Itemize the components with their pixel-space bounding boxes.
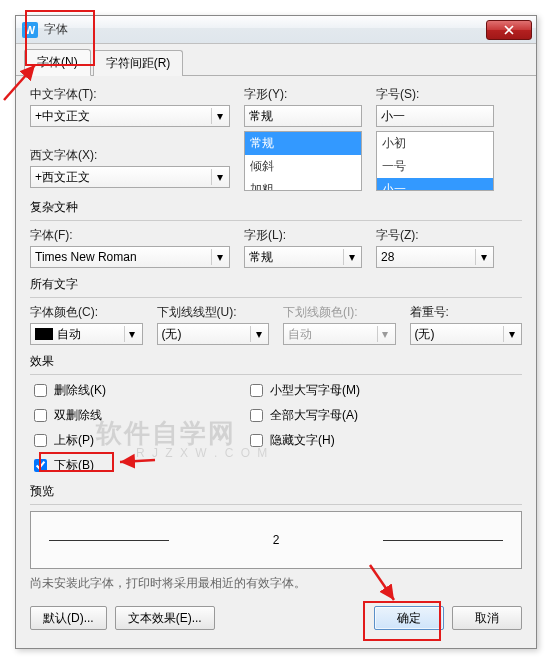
complex-style-combo[interactable]: 常规 ▾ — [244, 246, 362, 268]
list-item[interactable]: 加粗 — [245, 178, 361, 191]
complex-size-label: 字号(Z): — [376, 227, 494, 244]
text-effect-button[interactable]: 文本效果(E)... — [115, 606, 215, 630]
smallcaps-label: 小型大写字母(M) — [270, 382, 360, 399]
underline-color-value: 自动 — [288, 326, 312, 343]
window-title: 字体 — [44, 21, 486, 38]
cn-font-value: +中文正文 — [35, 108, 90, 125]
checkbox-input[interactable] — [34, 384, 47, 397]
super-label: 上标(P) — [54, 432, 94, 449]
font-color-label: 字体颜色(C): — [30, 304, 143, 321]
list-item[interactable]: 一号 — [377, 155, 493, 178]
allcaps-label: 全部大写字母(A) — [270, 407, 358, 424]
cancel-button[interactable]: 取消 — [452, 606, 522, 630]
chevron-down-icon: ▾ — [475, 249, 491, 265]
chevron-down-icon: ▾ — [250, 326, 266, 342]
hidden-label: 隐藏文字(H) — [270, 432, 335, 449]
list-item[interactable]: 倾斜 — [245, 155, 361, 178]
checkbox-input[interactable] — [34, 459, 47, 472]
size-listbox[interactable]: 小初 一号 小一 — [376, 131, 494, 191]
style-label: 字形(Y): — [244, 86, 362, 103]
font-color-value: 自动 — [57, 326, 81, 343]
preview-label: 预览 — [30, 483, 522, 500]
list-item[interactable]: 小一 — [377, 178, 493, 191]
emphasis-value: (无) — [415, 326, 435, 343]
chevron-down-icon: ▾ — [211, 108, 227, 124]
chevron-down-icon: ▾ — [124, 326, 140, 342]
complex-font-combo[interactable]: Times New Roman ▾ — [30, 246, 230, 268]
list-item[interactable]: 常规 — [245, 132, 361, 155]
complex-style-label: 字形(L): — [244, 227, 362, 244]
tab-font[interactable]: 字体(N) — [24, 49, 91, 76]
checkbox-input[interactable] — [34, 434, 47, 447]
underline-style-label: 下划线线型(U): — [157, 304, 270, 321]
emphasis-label: 着重号: — [410, 304, 523, 321]
list-item[interactable]: 小初 — [377, 132, 493, 155]
checkbox-input[interactable] — [250, 384, 263, 397]
install-note: 尚未安装此字体，打印时将采用最相近的有效字体。 — [30, 575, 522, 592]
size-value: 小一 — [381, 108, 405, 125]
chevron-down-icon: ▾ — [211, 249, 227, 265]
checkbox-input[interactable] — [34, 409, 47, 422]
ok-button[interactable]: 确定 — [374, 606, 444, 630]
size-label: 字号(S): — [376, 86, 494, 103]
titlebar: W 字体 — [16, 16, 536, 44]
close-icon — [504, 25, 514, 35]
style-input[interactable]: 常规 — [244, 105, 362, 127]
latin-font-combo[interactable]: +西文正文 ▾ — [30, 166, 230, 188]
chevron-down-icon: ▾ — [377, 326, 393, 342]
preview-text: 2 — [273, 533, 280, 547]
complex-size-combo[interactable]: 28 ▾ — [376, 246, 494, 268]
cn-font-combo[interactable]: +中文正文 ▾ — [30, 105, 230, 127]
effects-group-label: 效果 — [30, 353, 522, 370]
strike-label: 删除线(K) — [54, 382, 106, 399]
dstrike-label: 双删除线 — [54, 407, 102, 424]
emphasis-combo[interactable]: (无) ▾ — [410, 323, 523, 345]
tab-spacing[interactable]: 字符间距(R) — [93, 50, 184, 76]
latin-font-value: +西文正文 — [35, 169, 90, 186]
tabstrip: 字体(N) 字符间距(R) — [16, 48, 536, 76]
font-dialog: W 字体 字体(N) 字符间距(R) 中文字体(T): +中文正文 ▾ — [15, 15, 537, 649]
cn-font-label: 中文字体(T): — [30, 86, 230, 103]
app-icon: W — [22, 22, 38, 38]
chevron-down-icon: ▾ — [211, 169, 227, 185]
underline-color-label: 下划线颜色(I): — [283, 304, 396, 321]
close-button[interactable] — [486, 20, 532, 40]
hidden-checkbox[interactable]: 隐藏文字(H) — [246, 431, 360, 450]
color-swatch-icon — [35, 328, 53, 340]
default-button[interactable]: 默认(D)... — [30, 606, 107, 630]
size-input[interactable]: 小一 — [376, 105, 494, 127]
chevron-down-icon: ▾ — [503, 326, 519, 342]
underline-style-combo[interactable]: (无) ▾ — [157, 323, 270, 345]
style-listbox[interactable]: 常规 倾斜 加粗 — [244, 131, 362, 191]
button-bar: 默认(D)... 文本效果(E)... 确定 取消 — [16, 598, 536, 644]
chevron-down-icon: ▾ — [343, 249, 359, 265]
complex-style-value: 常规 — [249, 249, 273, 266]
super-checkbox[interactable]: 上标(P) — [30, 431, 106, 450]
sub-checkbox[interactable]: 下标(B) — [30, 456, 106, 475]
allcaps-checkbox[interactable]: 全部大写字母(A) — [246, 406, 360, 425]
complex-size-value: 28 — [381, 250, 394, 264]
checkbox-input[interactable] — [250, 434, 263, 447]
dstrike-checkbox[interactable]: 双删除线 — [30, 406, 106, 425]
underline-style-value: (无) — [162, 326, 182, 343]
allfonts-group-label: 所有文字 — [30, 276, 522, 293]
style-value: 常规 — [249, 108, 273, 125]
strike-checkbox[interactable]: 删除线(K) — [30, 381, 106, 400]
latin-font-label: 西文字体(X): — [30, 147, 230, 164]
sub-label: 下标(B) — [54, 457, 94, 474]
complex-group-label: 复杂文种 — [30, 199, 522, 216]
complex-font-label: 字体(F): — [30, 227, 230, 244]
preview-area: 2 — [30, 511, 522, 569]
underline-color-combo: 自动 ▾ — [283, 323, 396, 345]
complex-font-value: Times New Roman — [35, 250, 137, 264]
font-color-combo[interactable]: 自动 ▾ — [30, 323, 143, 345]
dialog-body: 中文字体(T): +中文正文 ▾ 字形(Y): 常规 字号(S): 小一 — [16, 76, 536, 598]
smallcaps-checkbox[interactable]: 小型大写字母(M) — [246, 381, 360, 400]
checkbox-input[interactable] — [250, 409, 263, 422]
